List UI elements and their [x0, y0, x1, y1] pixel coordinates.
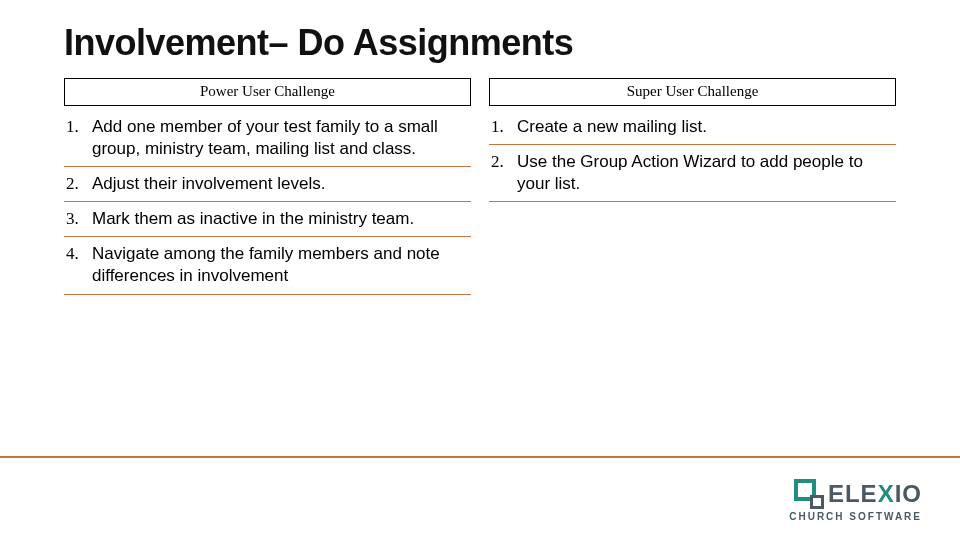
list-text: Navigate among the family members and no… [92, 243, 469, 287]
logo-text: ELEXIO [828, 480, 922, 508]
list-item: 3. Mark them as inactive in the ministry… [64, 202, 471, 237]
logo-mark-icon [794, 479, 824, 509]
list-number: 1. [66, 116, 92, 138]
list-text: Mark them as inactive in the ministry te… [92, 208, 469, 230]
list-item: 1. Add one member of your test family to… [64, 110, 471, 167]
logo-post: IO [895, 480, 922, 507]
slide: Involvement– Do Assignments Power User C… [0, 0, 960, 540]
power-user-list: 1. Add one member of your test family to… [64, 110, 471, 295]
super-user-list: 1. Create a new mailing list. 2. Use the… [489, 110, 896, 202]
logo-main: ELEXIO [794, 479, 922, 509]
list-text: Adjust their involvement levels. [92, 173, 469, 195]
list-number: 4. [66, 243, 92, 265]
list-number: 2. [66, 173, 92, 195]
list-item: 1. Create a new mailing list. [489, 110, 896, 145]
list-item: 2. Adjust their involvement levels. [64, 167, 471, 202]
list-number: 3. [66, 208, 92, 230]
super-user-header: Super User Challenge [489, 78, 896, 106]
list-text: Add one member of your test family to a … [92, 116, 469, 160]
list-text: Use the Group Action Wizard to add peopl… [517, 151, 894, 195]
logo: ELEXIO CHURCH SOFTWARE [789, 479, 922, 522]
footer-divider [0, 456, 960, 458]
list-text: Create a new mailing list. [517, 116, 894, 138]
list-number: 1. [491, 116, 517, 138]
list-item: 4. Navigate among the family members and… [64, 237, 471, 294]
columns: Power User Challenge 1. Add one member o… [64, 78, 896, 295]
list-item: 2. Use the Group Action Wizard to add pe… [489, 145, 896, 202]
power-user-header: Power User Challenge [64, 78, 471, 106]
logo-subtitle: CHURCH SOFTWARE [789, 511, 922, 522]
super-user-column: Super User Challenge 1. Create a new mai… [489, 78, 896, 295]
list-number: 2. [491, 151, 517, 173]
logo-x: X [878, 480, 895, 507]
page-title: Involvement– Do Assignments [64, 22, 896, 64]
power-user-column: Power User Challenge 1. Add one member o… [64, 78, 471, 295]
logo-pre: ELE [828, 480, 878, 507]
